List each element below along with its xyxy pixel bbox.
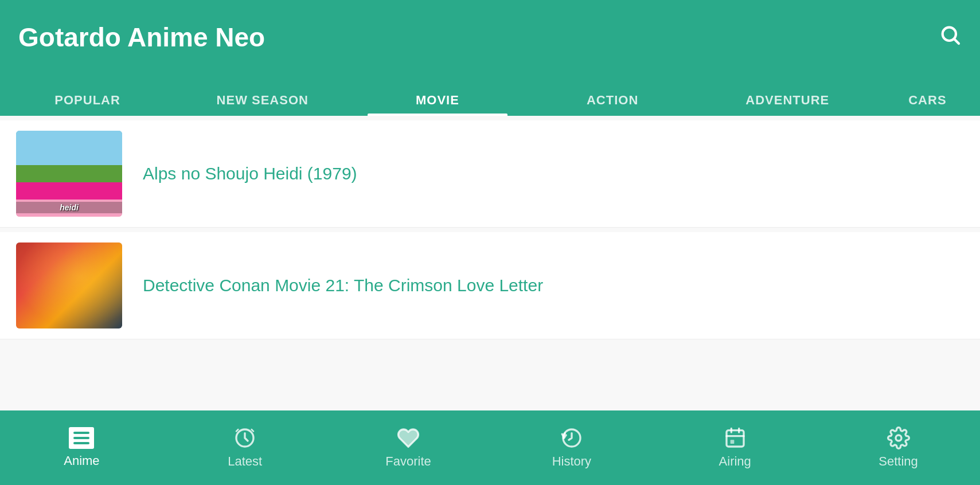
app-title: Gotardo Anime Neo (18, 22, 265, 53)
nav-item-anime[interactable]: Anime (0, 427, 163, 468)
tab-cars[interactable]: CARS (875, 93, 980, 116)
category-tabs: POPULAR NEW SEASON MOVIE ACTION ADVENTUR… (0, 75, 980, 116)
app-header: Gotardo Anime Neo (0, 0, 980, 75)
tab-adventure[interactable]: ADVENTURE (700, 93, 875, 116)
thumbnail-heidi-label: heidi (16, 202, 122, 213)
anime-title: Alps no Shoujo Heidi (1979) (143, 164, 357, 183)
nav-label-favorite: Favorite (385, 454, 431, 469)
svg-rect-8 (730, 440, 734, 444)
nav-item-favorite[interactable]: Favorite (327, 427, 490, 469)
thumbnail-conan (16, 242, 122, 328)
nav-label-anime: Anime (64, 453, 99, 468)
nav-item-latest[interactable]: Latest (163, 427, 327, 469)
nav-item-setting[interactable]: Setting (817, 427, 980, 469)
clock-icon (233, 427, 256, 449)
bottom-navigation: Anime Latest Favorite History (0, 410, 980, 485)
tab-popular[interactable]: POPULAR (0, 93, 175, 116)
search-icon[interactable] (939, 24, 962, 52)
list-item[interactable]: heidi Alps no Shoujo Heidi (1979) (0, 120, 980, 228)
list-icon (69, 427, 94, 449)
gear-icon (887, 427, 910, 449)
anime-list: heidi Alps no Shoujo Heidi (1979) Detect… (0, 116, 980, 410)
nav-label-setting: Setting (879, 454, 918, 469)
tab-movie[interactable]: MOVIE (350, 93, 525, 116)
calendar-icon (724, 427, 747, 449)
tab-new-season[interactable]: NEW SEASON (175, 93, 350, 116)
nav-item-history[interactable]: History (490, 427, 653, 469)
svg-rect-4 (727, 431, 744, 447)
thumbnail-heidi: heidi (16, 131, 122, 217)
nav-label-history: History (552, 454, 591, 469)
nav-label-airing: Airing (719, 454, 751, 469)
svg-point-9 (896, 435, 901, 441)
history-icon (560, 427, 583, 449)
anime-title: Detective Conan Movie 21: The Crimson Lo… (143, 276, 543, 295)
nav-label-latest: Latest (228, 454, 262, 469)
svg-line-1 (955, 39, 959, 43)
tab-action[interactable]: ACTION (525, 93, 700, 116)
nav-item-airing[interactable]: Airing (653, 427, 817, 469)
heart-icon (397, 427, 420, 449)
list-item[interactable]: Detective Conan Movie 21: The Crimson Lo… (0, 232, 980, 339)
